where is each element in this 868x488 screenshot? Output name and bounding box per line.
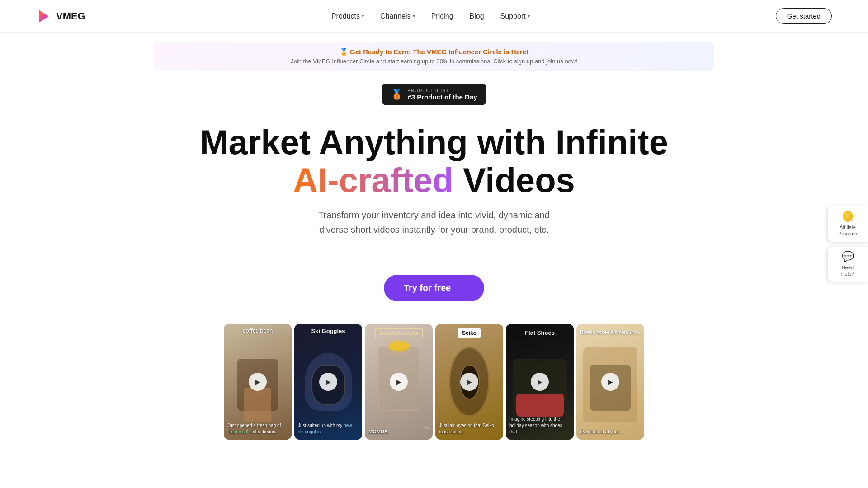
video-card-seiko[interactable]: Seiko ▶ Just laid eyes on that Seiko mas… [435,324,503,440]
video-card-candle[interactable]: scented candle ▶ MOMDA Yu. [365,324,433,440]
nav-blog[interactable]: Blog [470,12,484,20]
banner-subtitle: Join the VMEG Influencer Circle and star… [165,58,703,65]
banner-emoji: 🏅 [340,48,350,56]
chevron-down-icon: ▾ [413,14,415,19]
logo-icon [36,8,52,24]
affiliate-program-button[interactable]: 🪙 AffiliateProgram [827,206,868,242]
need-help-button[interactable]: 💬 NeedHelp? [827,246,868,282]
play-button-seiko[interactable]: ▶ [460,373,478,391]
video-card-coffee[interactable]: coffee bean ▶ Just opened a fresh bag of… [224,324,292,440]
nav-pricing[interactable]: Pricing [431,12,453,20]
affiliate-label: AffiliateProgram [834,224,861,237]
chevron-down-icon: ▾ [528,14,530,19]
video-caption-bowtie: Ever looked at your... [580,429,641,435]
video-title-flat-shoes: Flat Shoes [525,329,555,336]
nav-links: Products ▾ Channels ▾ Pricing Blog Suppo… [331,12,530,20]
logo-link[interactable]: VMEG [36,8,85,24]
video-title-bowtie: Bowtie Acces Women Sho... [580,329,641,335]
video-caption-ski: Just suited up with my new ski goggles, [298,422,359,435]
get-started-button[interactable]: Get started [776,8,832,24]
ph-label: PRODUCT HUNT [407,88,477,93]
video-card-flat-shoes[interactable]: Flat Shoes ▶ Imagine stepping into the h… [506,324,574,440]
play-button-ski[interactable]: ▶ [319,373,337,391]
ph-badge-wrapper: 🥉 PRODUCT HUNT #3 Product of the Day [0,84,868,105]
play-button-flat-shoes[interactable]: ▶ [531,373,549,391]
video-caption-coffee: Just opened a fresh bag of 'Espresso' co… [227,422,288,435]
video-card-ski[interactable]: Ski Goggles ▶ Just suited up with my new… [294,324,362,440]
navbar: VMEG Products ▾ Channels ▾ Pricing Blog … [0,0,868,33]
nav-support[interactable]: Support ▾ [500,12,530,20]
play-button-coffee[interactable]: ▶ [249,373,267,391]
video-title-coffee: coffee bean [243,328,273,334]
ph-title: #3 Product of the Day [407,93,477,101]
video-card-bowtie[interactable]: Bowtie Acces Women Sho... ▶ Ever looked … [576,324,644,440]
video-cards-row: coffee bean ▶ Just opened a fresh bag of… [0,324,868,440]
discord-icon: 💬 [834,251,861,263]
chevron-down-icon: ▾ [362,14,364,19]
nav-channels[interactable]: Channels ▾ [380,12,415,20]
help-label: NeedHelp? [834,264,861,277]
try-free-button[interactable]: Try for free → [384,275,484,301]
video-caption-flat-shoes: Imagine stepping into the holiday season… [509,416,570,435]
video-title-candle: scented candle [375,328,423,338]
svg-marker-0 [39,10,49,23]
hero-heading: Market Anything with Infinite AI-crafted… [90,123,778,199]
arrow-icon: → [456,283,464,293]
play-button-bowtie[interactable]: ▶ [601,373,619,391]
banner-title: 🏅 Get Ready to Earn: The VMEG Influencer… [165,48,703,56]
coin-icon: 🪙 [834,211,861,222]
promo-banner[interactable]: 🏅 Get Ready to Earn: The VMEG Influencer… [154,42,714,71]
video-caption-candle: MOMDA [368,428,429,435]
ph-badge[interactable]: 🥉 PRODUCT HUNT #3 Product of the Day [382,84,486,105]
hero-section: Market Anything with Infinite AI-crafted… [0,114,868,255]
video-title-ski: Ski Goggles [311,328,345,334]
video-watermark-candle: Yu. [424,425,430,430]
hero-gradient-text: AI-crafted [293,161,453,199]
floating-panel: 🪙 AffiliateProgram 💬 NeedHelp? [827,206,868,282]
play-button-candle[interactable]: ▶ [390,373,408,391]
video-caption-seiko: Just laid eyes on that Seiko masterpiece… [439,422,500,435]
cta-section: Try for free → [0,275,868,301]
medal-icon: 🥉 [391,89,403,100]
video-title-seiko: Seiko [458,328,481,338]
logo-text: VMEG [56,10,85,22]
nav-products[interactable]: Products ▾ [331,12,364,20]
hero-subtitle: Transform your inventory and idea into v… [307,208,561,237]
ph-text: PRODUCT HUNT #3 Product of the Day [407,88,477,101]
